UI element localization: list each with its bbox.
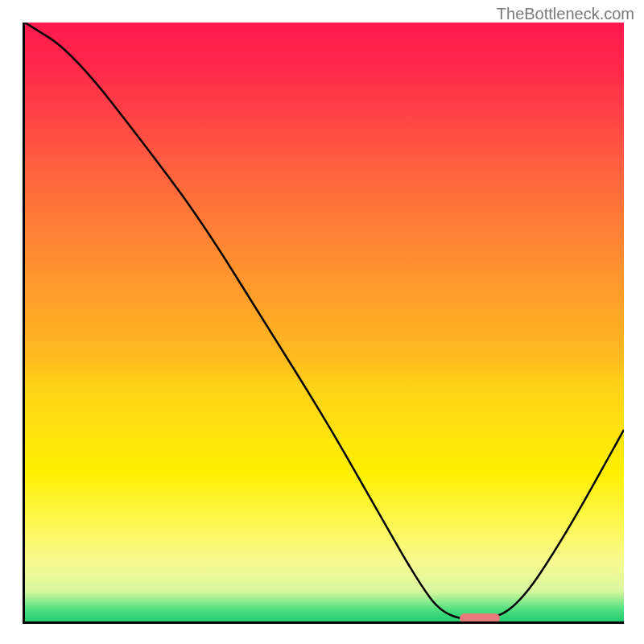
bottleneck-curve [25, 23, 624, 621]
optimal-range-marker [460, 613, 500, 623]
chart-container: TheBottleneck.com [0, 0, 644, 644]
watermark-text: TheBottleneck.com [497, 5, 634, 23]
plot-area [23, 23, 624, 624]
